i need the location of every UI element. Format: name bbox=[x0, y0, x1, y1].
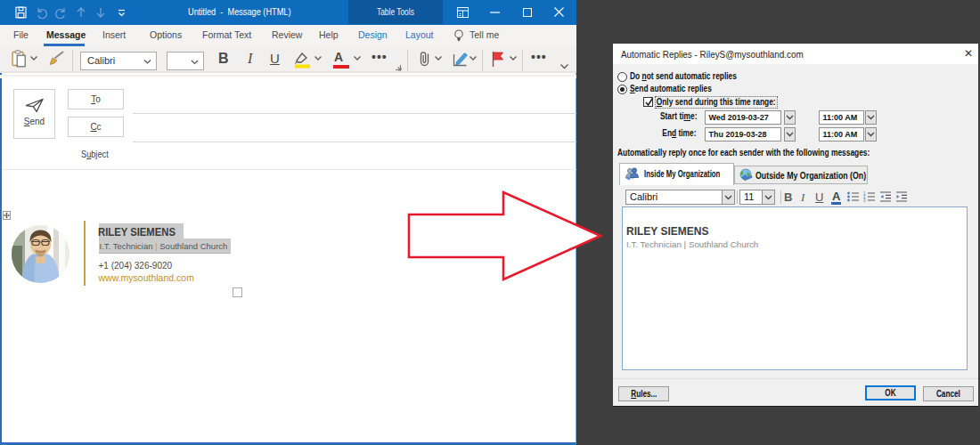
svg-text:3: 3 bbox=[863, 198, 866, 202]
